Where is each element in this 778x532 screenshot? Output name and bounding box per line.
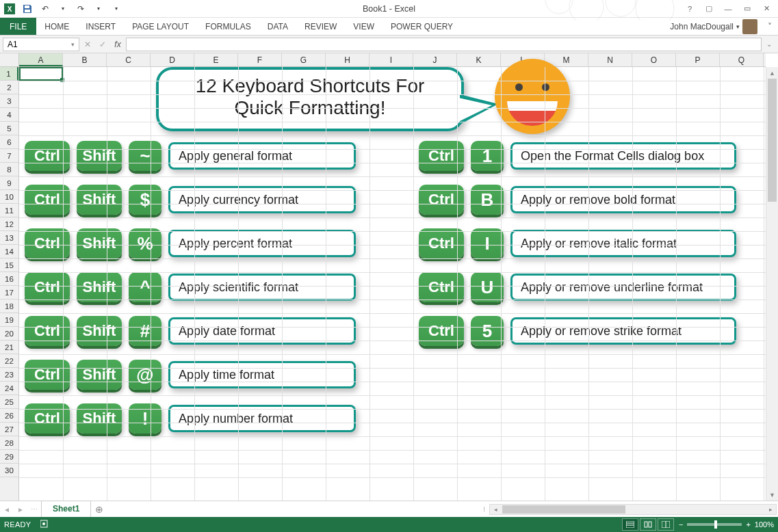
zoom-slider[interactable] (687, 523, 742, 526)
sheet-nav-first-icon[interactable]: ◂ (0, 505, 14, 514)
redo-menu-icon[interactable]: ▾ (92, 2, 105, 16)
tab-view[interactable]: VIEW (345, 18, 382, 35)
column-header[interactable]: Q (720, 53, 764, 66)
zoom-value[interactable]: 100% (755, 520, 774, 529)
row-header[interactable]: 20 (0, 327, 18, 341)
row-header[interactable]: 18 (0, 300, 18, 313)
row-header[interactable]: 26 (0, 409, 18, 423)
row-header[interactable]: 6 (0, 135, 18, 149)
cell-area[interactable]: 12 Keyboard Shortcuts For Quick Formatti… (19, 67, 766, 501)
row-header[interactable]: 15 (0, 258, 18, 272)
minimize-icon[interactable]: — (719, 2, 737, 16)
tab-insert[interactable]: INSERT (77, 18, 124, 35)
undo-icon[interactable]: ↶ (38, 2, 52, 16)
column-header[interactable]: B (63, 53, 107, 66)
row-header[interactable]: 23 (0, 368, 18, 382)
enter-fx-icon[interactable]: ✓ (96, 38, 109, 51)
row-header[interactable]: 5 (0, 122, 18, 135)
row-header[interactable]: 4 (0, 108, 18, 122)
new-sheet-icon[interactable]: ⊕ (91, 504, 107, 515)
row-header[interactable]: 8 (0, 163, 18, 176)
row-header[interactable]: 3 (0, 94, 18, 108)
scroll-up-icon[interactable]: ▲ (766, 67, 778, 79)
tab-page-layout[interactable]: PAGE LAYOUT (124, 18, 197, 35)
row-header[interactable]: 11 (0, 204, 18, 217)
column-header[interactable]: F (238, 53, 282, 66)
name-box[interactable]: A1▾ (3, 38, 79, 51)
column-header[interactable]: G (282, 53, 326, 66)
sheet-nav-last-icon[interactable]: ▸ (14, 505, 27, 514)
row-header[interactable]: 16 (0, 272, 18, 286)
column-header[interactable]: M (545, 53, 588, 66)
row-header[interactable]: 19 (0, 313, 18, 327)
row-header[interactable]: 2 (0, 81, 18, 94)
column-header[interactable]: P (676, 53, 720, 66)
column-header[interactable]: D (151, 53, 194, 66)
column-header[interactable]: H (326, 53, 369, 66)
column-header[interactable]: A (19, 53, 63, 66)
row-header[interactable]: 30 (0, 464, 18, 477)
row-header[interactable]: 21 (0, 341, 18, 354)
row-header[interactable]: 28 (0, 436, 18, 450)
scroll-right-icon[interactable]: ▸ (765, 506, 776, 513)
view-page-break-icon[interactable] (658, 518, 674, 531)
excel-icon[interactable]: X (3, 2, 16, 16)
collapse-ribbon-icon[interactable]: ˅ (762, 18, 778, 35)
hscroll-thumb[interactable] (502, 505, 625, 514)
sheet-nav-menu-icon[interactable]: ⋯ (27, 505, 41, 513)
row-header[interactable]: 13 (0, 231, 18, 245)
tab-formulas[interactable]: FORMULAS (197, 18, 259, 35)
column-header[interactable]: C (107, 53, 151, 66)
column-header[interactable]: K (457, 53, 501, 66)
vscroll-thumb[interactable] (768, 79, 777, 202)
view-normal-icon[interactable] (622, 518, 638, 531)
customize-qat-icon[interactable]: ▾ (109, 2, 123, 16)
column-header[interactable]: N (588, 53, 632, 66)
signin-name[interactable]: John MacDougall ▾ (666, 18, 762, 35)
tab-file[interactable]: FILE (0, 18, 36, 35)
column-header[interactable]: O (632, 53, 676, 66)
column-header[interactable]: J (413, 53, 457, 66)
column-header[interactable]: I (369, 53, 413, 66)
row-headers[interactable]: 1234567891011121314151617181920212223242… (0, 67, 19, 501)
close-icon[interactable]: ✕ (757, 2, 775, 16)
zoom-out-icon[interactable]: − (679, 520, 683, 529)
tab-power-query[interactable]: POWER QUERY (382, 18, 461, 35)
vertical-scrollbar[interactable]: ▲ ▼ (766, 67, 778, 501)
row-header[interactable]: 10 (0, 190, 18, 204)
row-header[interactable]: 29 (0, 450, 18, 464)
save-icon[interactable] (21, 2, 34, 16)
row-header[interactable]: 22 (0, 354, 18, 368)
column-header[interactable]: L (501, 53, 545, 66)
select-all-triangle[interactable] (0, 53, 19, 67)
redo-icon[interactable]: ↷ (74, 2, 88, 16)
tab-data[interactable]: DATA (259, 18, 296, 35)
row-header[interactable]: 25 (0, 395, 18, 409)
macro-record-icon[interactable] (40, 520, 50, 529)
help-icon[interactable]: ? (681, 2, 699, 16)
expand-formula-icon[interactable]: ⌄ (763, 38, 775, 51)
row-header[interactable]: 24 (0, 382, 18, 395)
worksheet-grid[interactable]: ABCDEFGHIJKLMNOPQ 1234567891011121314151… (0, 53, 778, 501)
row-header[interactable]: 27 (0, 423, 18, 436)
horizontal-scrollbar[interactable]: ◂ ▸ (489, 504, 777, 515)
scroll-left-icon[interactable]: ◂ (490, 506, 501, 513)
undo-menu-icon[interactable]: ▾ (56, 2, 70, 16)
column-header[interactable]: E (194, 53, 238, 66)
tab-home[interactable]: HOME (36, 18, 77, 35)
column-headers[interactable]: ABCDEFGHIJKLMNOPQ (19, 53, 766, 67)
formula-input[interactable] (126, 38, 762, 51)
sheet-tab[interactable]: Sheet1 (41, 501, 91, 517)
maximize-icon[interactable]: ▭ (738, 2, 756, 16)
cancel-fx-icon[interactable]: ✕ (81, 38, 94, 51)
fx-icon[interactable]: fx (111, 38, 125, 51)
scroll-down-icon[interactable]: ▼ (766, 489, 778, 501)
zoom-in-icon[interactable]: + (746, 520, 750, 529)
row-header[interactable]: 7 (0, 149, 18, 163)
row-header[interactable]: 14 (0, 245, 18, 258)
ribbon-display-icon[interactable]: ▢ (700, 2, 718, 16)
row-header[interactable]: 1 (0, 67, 18, 81)
row-header[interactable]: 12 (0, 217, 18, 231)
row-header[interactable]: 9 (0, 176, 18, 190)
tab-review[interactable]: REVIEW (296, 18, 345, 35)
